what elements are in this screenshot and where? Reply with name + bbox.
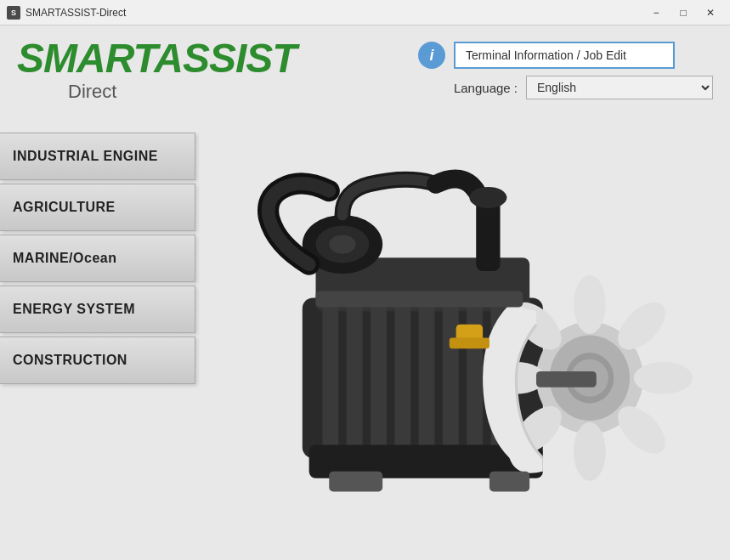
logo-smartassist: SMARTASSIST	[17, 38, 297, 79]
header-top-row: i Terminal Information / Job Edit	[418, 42, 675, 69]
language-row: Language : English Japanese German Frenc…	[454, 76, 713, 99]
svg-rect-5	[322, 304, 338, 451]
header: SMARTASSIST Direct i Terminal Informatio…	[0, 25, 730, 116]
header-right: i Terminal Information / Job Edit Langua…	[418, 42, 713, 99]
logo-text: SMARTASSIST	[17, 36, 297, 81]
title-bar: S SMARTASSIST-Direct − □ ✕	[0, 0, 730, 25]
nav-btn-energy-system[interactable]: ENERGY SYSTEM	[0, 286, 195, 333]
svg-rect-7	[371, 304, 387, 451]
logo-area: SMARTASSIST Direct	[17, 38, 297, 103]
svg-rect-28	[450, 338, 489, 349]
app-icon: S	[7, 6, 20, 20]
svg-rect-32	[476, 197, 500, 270]
svg-rect-30	[329, 472, 382, 492]
nav-btn-industrial-engine[interactable]: INDUSTRIAL ENGINE	[0, 133, 195, 180]
svg-point-4	[329, 235, 355, 254]
svg-rect-9	[419, 304, 435, 451]
svg-point-33	[469, 187, 506, 208]
nav-btn-construction[interactable]: CONSTRUCTION	[0, 337, 195, 384]
close-button[interactable]: ✕	[698, 3, 723, 22]
info-icon[interactable]: i	[418, 42, 445, 69]
language-select[interactable]: English Japanese German French Spanish	[526, 76, 713, 99]
svg-rect-29	[316, 291, 523, 308]
svg-rect-8	[394, 304, 410, 451]
svg-rect-10	[443, 304, 459, 451]
svg-point-17	[574, 275, 606, 334]
nav-btn-marine-ocean[interactable]: MARINE/Ocean	[0, 235, 195, 282]
nav-buttons: INDUSTRIAL ENGINE AGRICULTURE MARINE/Oce…	[0, 124, 195, 560]
main-content: INDUSTRIAL ENGINE AGRICULTURE MARINE/Oce…	[0, 116, 730, 560]
svg-rect-26	[536, 371, 597, 387]
logo-direct: Direct	[68, 81, 116, 103]
title-bar-controls: − □ ✕	[643, 3, 723, 22]
nav-btn-agriculture[interactable]: AGRICULTURE	[0, 184, 195, 231]
app-title: SMARTASSIST-Direct	[25, 7, 126, 19]
engine-area	[195, 124, 730, 560]
terminal-button[interactable]: Terminal Information / Job Edit	[454, 42, 675, 69]
maximize-button[interactable]: □	[671, 3, 696, 22]
svg-point-19	[634, 362, 693, 394]
svg-rect-31	[489, 472, 529, 492]
language-label: Language :	[454, 81, 518, 95]
title-bar-left: S SMARTASSIST-Direct	[7, 6, 126, 20]
engine-image	[195, 124, 730, 560]
svg-rect-6	[347, 304, 363, 451]
svg-point-21	[574, 422, 606, 481]
minimize-button[interactable]: −	[643, 3, 669, 22]
